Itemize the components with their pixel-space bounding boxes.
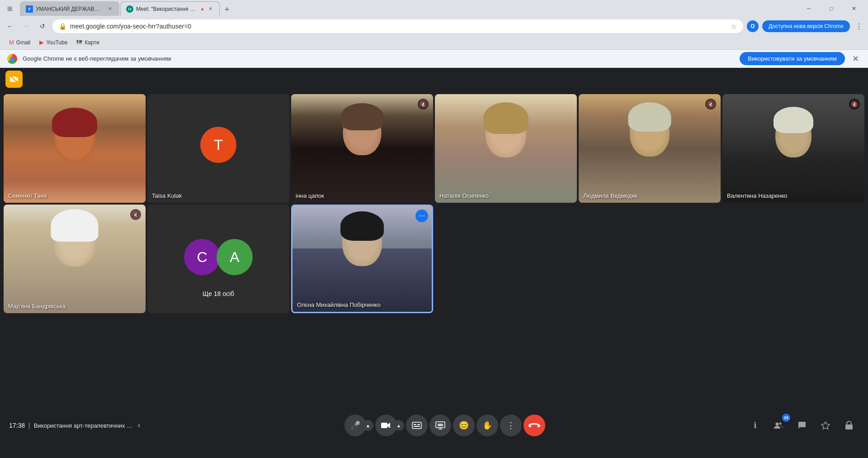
video-tile-p7[interactable]: 🔇 Мар'яна Бандрівська bbox=[4, 205, 146, 313]
bookmark-maps-label: Карти bbox=[85, 39, 99, 46]
forward-button[interactable]: → bbox=[20, 20, 33, 33]
meeting-info: 17:38 | Використання арт-терапевтичних п… bbox=[9, 422, 145, 429]
meet-logo bbox=[5, 71, 23, 88]
more-options-button[interactable]: ⋮ bbox=[500, 415, 522, 436]
participant-name-p2: Taisa Kulak bbox=[152, 192, 182, 199]
lock-button[interactable] bbox=[839, 415, 859, 435]
end-call-button[interactable] bbox=[524, 415, 545, 436]
set-default-button[interactable]: Використовувати за умовчанням bbox=[740, 52, 845, 65]
svg-rect-5 bbox=[417, 424, 420, 425]
mute-icon-p3: 🔇 bbox=[418, 99, 429, 110]
video-tile-p6[interactable]: 🔇 Валентина Назаренко bbox=[722, 94, 864, 203]
avatar-a: A bbox=[217, 239, 253, 275]
mute-icon-p7: 🔇 bbox=[130, 209, 141, 220]
captions-button[interactable] bbox=[406, 415, 428, 436]
video-tile-p1[interactable]: Семенко Таня bbox=[4, 94, 146, 203]
apps-icon[interactable]: ⊞ bbox=[4, 2, 16, 15]
tab-1[interactable]: У УМАНСЬКИЙ ДЕРЖАВНИЙ П... ✕ bbox=[20, 1, 119, 16]
camera-button[interactable] bbox=[375, 415, 397, 436]
svg-rect-10 bbox=[438, 424, 443, 426]
participant-name-p6: Валентина Назаренко bbox=[727, 192, 788, 199]
tab-2[interactable]: M Meet: "Використання арт-... ● ✕ bbox=[120, 1, 220, 16]
bookmarks-bar: M Gmail ▶ YouTube 🗺 Карти bbox=[0, 35, 868, 50]
svg-point-12 bbox=[779, 423, 782, 425]
mic-button[interactable]: 🎤 bbox=[344, 415, 366, 436]
tab-1-title: УМАНСЬКИЙ ДЕРЖАВНИЙ П... bbox=[36, 6, 104, 12]
browser-frame: ⊞ У УМАНСЬКИЙ ДЕРЖАВНИЙ П... ✕ M Meet: "… bbox=[0, 0, 868, 68]
more-people-label: Ще 18 осіб bbox=[147, 290, 289, 297]
bookmark-star-icon[interactable]: ☆ bbox=[731, 22, 737, 31]
tab-2-alert: ● bbox=[201, 6, 204, 12]
new-tab-button[interactable]: + bbox=[221, 3, 233, 16]
svg-rect-2 bbox=[381, 423, 387, 428]
reload-button[interactable]: ↺ bbox=[36, 20, 49, 33]
participant-name-p4: Наталія Осипенко bbox=[439, 192, 489, 199]
group-avatars: C A bbox=[184, 239, 253, 275]
meeting-info-button[interactable]: ℹ bbox=[745, 415, 765, 435]
close-button[interactable]: ✕ bbox=[844, 2, 864, 15]
chat-button[interactable] bbox=[792, 415, 812, 435]
avatar-p2: T bbox=[200, 127, 236, 163]
meet-content: Семенко Таня T Taisa Kulak 🔇 інна цапок … bbox=[0, 68, 868, 442]
profile-icon[interactable]: О bbox=[747, 20, 759, 32]
minimize-button[interactable]: ─ bbox=[798, 2, 819, 15]
camera-control-group: ▲ bbox=[375, 415, 404, 436]
svg-rect-4 bbox=[414, 424, 416, 425]
video-tile-p3[interactable]: 🔇 інна цапок bbox=[291, 94, 433, 203]
svg-marker-13 bbox=[821, 422, 830, 429]
bookmark-gmail-label: Gmail bbox=[16, 39, 30, 46]
bookmark-maps[interactable]: 🗺 Карти bbox=[73, 38, 103, 47]
tab-2-close[interactable]: ✕ bbox=[207, 5, 214, 13]
video-tile-p5[interactable]: 🔇 Людмила Ведмедик bbox=[579, 94, 721, 203]
participants-button[interactable]: 26 bbox=[769, 415, 788, 435]
window-controls: ─ □ ✕ bbox=[798, 2, 864, 15]
participant-count-badge: 26 bbox=[782, 414, 790, 422]
participant-name-p1: Семенко Таня bbox=[8, 192, 47, 199]
video-tile-p8[interactable]: C A Ще 18 осіб bbox=[147, 205, 289, 313]
chrome-logo bbox=[7, 54, 17, 64]
tile-more-button[interactable]: ⋯ bbox=[415, 210, 428, 222]
separator: | bbox=[28, 422, 30, 429]
emoji-button[interactable]: 😊 bbox=[453, 415, 475, 436]
tab-1-favicon: У bbox=[26, 5, 33, 13]
mute-icon-p5: 🔇 bbox=[705, 99, 716, 110]
url-box[interactable]: 🔒 meet.google.com/yoa-seoc-hrr?authuser=… bbox=[52, 19, 743, 33]
meet-topbar bbox=[0, 68, 868, 91]
tab-2-favicon: M bbox=[126, 5, 133, 13]
url-text: meet.google.com/yoa-seoc-hrr?authuser=0 bbox=[70, 23, 727, 30]
video-tile-p4[interactable]: Наталія Осипенко bbox=[435, 94, 577, 203]
bookmark-youtube-label: YouTube bbox=[46, 39, 67, 46]
controls-right: ℹ 26 bbox=[745, 415, 859, 435]
info-chevron-icon[interactable]: ∧ bbox=[137, 422, 141, 429]
raise-hand-button[interactable]: ✋ bbox=[476, 415, 498, 436]
present-button[interactable] bbox=[429, 415, 451, 436]
activities-button[interactable] bbox=[816, 415, 835, 435]
maps-icon: 🗺 bbox=[76, 39, 82, 46]
chrome-update-button[interactable]: Доступна нова версія Chrome bbox=[762, 20, 850, 32]
youtube-icon: ▶ bbox=[39, 39, 44, 46]
maximize-button[interactable]: □ bbox=[821, 2, 842, 15]
tab-1-close[interactable]: ✕ bbox=[106, 5, 113, 13]
notification-text: Google Chrome не є веб-переглядачем за у… bbox=[23, 55, 734, 62]
controls-center: 🎤 ▲ ▲ bbox=[146, 415, 743, 436]
meeting-title: Використання арт-терапевтичних практик у… bbox=[34, 422, 133, 429]
video-tile-p2[interactable]: T Taisa Kulak bbox=[147, 94, 289, 203]
participant-name-p7: Мар'яна Бандрівська bbox=[8, 303, 66, 310]
meet-bottom-bar: 17:38 | Використання арт-терапевтичних п… bbox=[0, 409, 868, 442]
video-tile-p9[interactable]: ⋯ Олєна Михайлівна Побірченко bbox=[291, 205, 433, 313]
gmail-icon: M bbox=[9, 39, 14, 46]
notification-close-icon[interactable]: ✕ bbox=[850, 52, 861, 66]
browser-menu-button[interactable]: ⋮ bbox=[854, 20, 864, 33]
bookmark-gmail[interactable]: M Gmail bbox=[5, 38, 34, 47]
svg-rect-6 bbox=[414, 426, 420, 427]
svg-rect-14 bbox=[845, 425, 853, 429]
mute-icon-p6: 🔇 bbox=[849, 99, 860, 110]
notification-bar: Google Chrome не є веб-переглядачем за у… bbox=[0, 50, 868, 68]
address-bar: ← → ↺ 🔒 meet.google.com/yoa-seoc-hrr?aut… bbox=[0, 17, 868, 35]
mic-control-group: 🎤 ▲ bbox=[344, 415, 373, 436]
participant-name-p3: інна цапок bbox=[296, 192, 324, 199]
avatar-c: C bbox=[184, 239, 220, 275]
meeting-time: 17:38 bbox=[9, 422, 25, 429]
bookmark-youtube[interactable]: ▶ YouTube bbox=[36, 38, 71, 47]
back-button[interactable]: ← bbox=[4, 20, 16, 33]
